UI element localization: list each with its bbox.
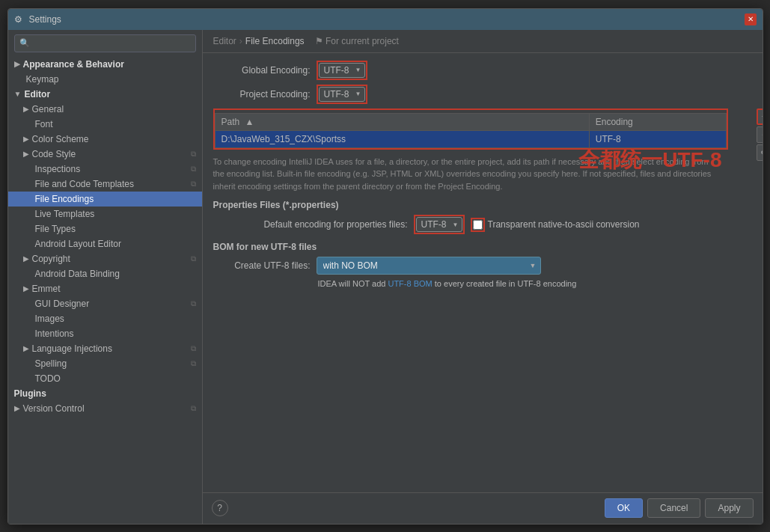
transparent-conversion-label: Transparent native-to-ascii conversion (488, 219, 640, 230)
bom-section: BOM for new UTF-8 files Create UTF-8 fil… (213, 242, 752, 288)
sidebar-item-inspections[interactable]: Inspections ⧉ (8, 162, 202, 177)
cancel-button[interactable]: Cancel (647, 498, 700, 518)
sidebar-item-languageinjections[interactable]: ▶ Language Injections ⧉ (8, 341, 202, 356)
main-content: 🔍 ▶ Appearance & Behavior Keymap ▼ Edito… (8, 30, 763, 524)
sidebar-item-label: Emmet (32, 284, 61, 294)
breadcrumb-current: File Encodings (245, 36, 305, 46)
bom-note-link: UTF-8 BOM (388, 279, 432, 288)
arrow-icon: ▶ (23, 105, 29, 113)
sidebar-item-label: GUI Designer (35, 299, 90, 309)
arrow-icon: ▼ (14, 90, 22, 98)
copy-icon: ⧉ (191, 150, 196, 159)
sidebar-item-label: Appearance & Behavior (23, 59, 124, 70)
sidebar-item-editor[interactable]: ▼ Editor (8, 87, 202, 102)
col-path: Path ▲ (215, 113, 589, 130)
action-buttons: OK Cancel Apply (605, 498, 754, 518)
transparent-conversion-checkbox[interactable] (473, 220, 483, 230)
sidebar-item-label: File Encodings (35, 194, 94, 204)
arrow-icon: ▶ (23, 254, 29, 263)
global-encoding-label: Global Encoding: (213, 65, 311, 76)
window-title: Settings (29, 14, 745, 25)
sidebar-item-todo[interactable]: TODO (8, 371, 202, 386)
copy-icon: ⧉ (191, 180, 196, 189)
add-encoding-button[interactable]: + (757, 108, 763, 125)
sidebar-item-copyright[interactable]: ▶ Copyright ⧉ (8, 251, 202, 266)
sidebar-item-general[interactable]: ▶ General (8, 102, 202, 117)
properties-encoding-select[interactable]: UTF-8 (416, 217, 462, 232)
sidebar-item-label: File and Code Templates (35, 179, 135, 189)
arrow-icon: ▶ (23, 150, 29, 158)
sidebar-item-label: Android Layout Editor (35, 239, 121, 249)
sidebar-item-label: Editor (24, 89, 50, 100)
sidebar-item-livetemplates[interactable]: Live Templates (8, 207, 202, 221)
sidebar-item-guidesigner[interactable]: GUI Designer ⧉ (8, 296, 202, 311)
sidebar-item-plugins[interactable]: Plugins (8, 386, 202, 401)
project-encoding-row: Project Encoding: UTF-8 (213, 85, 752, 104)
global-encoding-select-wrapper: UTF-8 (319, 63, 365, 78)
breadcrumb: Editor › File Encodings ⚑ For current pr… (213, 36, 399, 46)
window-icon: ⚙ (14, 14, 25, 25)
sidebar-item-emmet[interactable]: ▶ Emmet (8, 281, 202, 296)
table-cell-path: D:\JavaWeb_315_CZX\Sportss (215, 130, 589, 147)
project-encoding-outline: UTF-8 (317, 85, 367, 104)
sidebar-item-label: Images (35, 314, 64, 324)
title-bar: ⚙ Settings ✕ (8, 9, 763, 30)
copy-icon: ⧉ (191, 344, 196, 353)
sidebar-item-androiddatabinding[interactable]: Android Data Binding (8, 266, 202, 281)
transparent-conversion-checkbox-wrapper: Transparent native-to-ascii conversion (471, 218, 640, 232)
settings-window: ⚙ Settings ✕ 🔍 ▶ Appearance & Behavior K… (7, 8, 763, 525)
project-encoding-select[interactable]: UTF-8 (319, 87, 365, 102)
sidebar-item-label: Font (35, 119, 53, 129)
properties-encoding-row: Default encoding for properties files: U… (213, 215, 752, 234)
sidebar-item-appearance[interactable]: ▶ Appearance & Behavior (8, 57, 202, 72)
sidebar-item-keymap[interactable]: Keymap (8, 72, 202, 87)
sidebar-item-font[interactable]: Font (8, 117, 202, 132)
project-encoding-label: Project Encoding: (213, 89, 311, 100)
sidebar-item-filecodetemplates[interactable]: File and Code Templates ⧉ (8, 177, 202, 192)
sidebar-item-label: Keymap (26, 74, 59, 85)
transparent-checkbox-outline (471, 218, 485, 232)
encoding-table-outline: Path ▲ Encoding D:\JavaWeb_315_CZX\Sport… (213, 108, 728, 150)
sidebar-item-label: Copyright (32, 254, 70, 264)
arrow-icon: ▶ (23, 344, 29, 352)
sidebar-item-label: Spelling (35, 358, 67, 369)
sidebar-item-colorscheme[interactable]: ▶ Color Scheme (8, 132, 202, 147)
sidebar-item-codestyle[interactable]: ▶ Code Style ⧉ (8, 147, 202, 162)
search-icon: 🔍 (19, 38, 30, 48)
apply-button[interactable]: Apply (705, 498, 753, 518)
search-input[interactable] (33, 38, 191, 49)
bottom-bar: ? OK Cancel Apply (203, 492, 763, 524)
sidebar-item-label: File Types (35, 224, 76, 234)
breadcrumb-note: ⚑ For current project (315, 36, 399, 46)
chinese-annotation: 全都统一UTF-8 (578, 146, 721, 174)
arrow-icon: ▶ (14, 404, 20, 412)
bom-select[interactable]: with NO BOM with BOM with BOM (UTF-8 onl… (317, 257, 541, 275)
bom-label: Create UTF-8 files: (213, 260, 311, 271)
close-button[interactable]: ✕ (745, 13, 757, 25)
help-button[interactable]: ? (212, 500, 228, 516)
properties-encoding-outline: UTF-8 (414, 215, 465, 234)
sidebar-item-spelling[interactable]: Spelling ⧉ (8, 356, 202, 371)
sidebar-item-intentions[interactable]: Intentions (8, 326, 202, 341)
remove-encoding-button[interactable]: − (757, 126, 763, 143)
breadcrumb-parent: Editor (213, 36, 236, 46)
sidebar-item-filetypes[interactable]: File Types (8, 221, 202, 236)
copy-icon: ⧉ (191, 404, 196, 413)
sidebar-item-fileencodings[interactable]: File Encodings (8, 192, 202, 207)
sidebar-item-androidlayout[interactable]: Android Layout Editor (8, 236, 202, 251)
ok-button[interactable]: OK (605, 498, 643, 518)
sidebar-item-label: Live Templates (35, 209, 95, 219)
sidebar-item-versioncontrol[interactable]: ▶ Version Control ⧉ (8, 401, 202, 416)
global-encoding-select[interactable]: UTF-8 (319, 63, 365, 78)
arrow-icon: ▶ (14, 60, 20, 68)
sidebar-item-images[interactable]: Images (8, 311, 202, 326)
encoding-table: Path ▲ Encoding D:\JavaWeb_315_CZX\Sport… (215, 113, 727, 148)
copy-icon: ⧉ (191, 359, 196, 368)
project-encoding-select-wrapper: UTF-8 (319, 87, 365, 102)
arrow-icon: ▶ (23, 284, 29, 293)
properties-section-title: Properties Files (*.properties) (213, 200, 752, 210)
properties-encoding-select-wrapper: UTF-8 (416, 217, 462, 232)
edit-encoding-button[interactable]: ✏ (757, 144, 763, 161)
panel-content: Global Encoding: UTF-8 Project Encoding: (203, 53, 763, 492)
bom-section-title: BOM for new UTF-8 files (213, 242, 752, 252)
